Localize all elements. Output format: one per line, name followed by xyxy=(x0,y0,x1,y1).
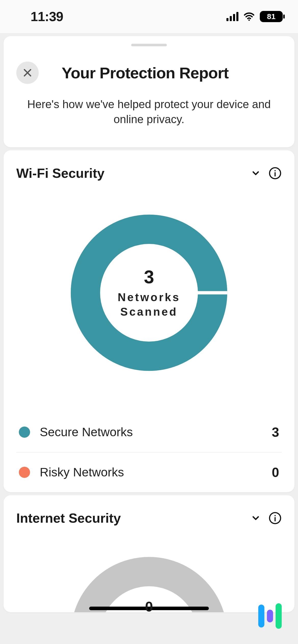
legend-label-risky: Risky Networks xyxy=(40,465,262,479)
brand-bar-icon xyxy=(258,605,264,627)
close-icon xyxy=(22,67,33,78)
sheet-grabber[interactable] xyxy=(131,44,167,46)
legend-row-secure: Secure Networks 3 xyxy=(16,412,282,452)
wifi-networks-count: 3 xyxy=(144,267,154,287)
internet-section-title: Internet Security xyxy=(16,510,243,526)
svg-point-5 xyxy=(275,515,276,516)
info-icon xyxy=(268,167,282,180)
close-button[interactable] xyxy=(16,62,39,84)
brand-fab-button[interactable] xyxy=(252,598,288,634)
gauge-tick-zero: 0 xyxy=(145,598,153,612)
battery-indicator: 81 xyxy=(260,11,283,22)
legend-value-risky: 0 xyxy=(272,465,279,480)
wifi-expand-toggle[interactable] xyxy=(251,168,261,178)
wifi-donut-chart: 3 Networks Scanned xyxy=(16,181,282,410)
page-subtitle: Here's how we've helped protect your dev… xyxy=(16,97,282,127)
chevron-down-icon xyxy=(251,168,261,178)
wifi-networks-label: Networks Scanned xyxy=(118,290,180,319)
internet-info-button[interactable] xyxy=(268,511,282,525)
legend-value-secure: 3 xyxy=(272,425,279,440)
legend-row-risky: Risky Networks 0 xyxy=(16,452,282,492)
wifi-legend: Secure Networks 3 Risky Networks 0 xyxy=(16,412,282,492)
brand-bar-icon xyxy=(276,603,282,629)
battery-percent: 81 xyxy=(267,12,275,21)
page-title: Your Protection Report xyxy=(62,64,282,82)
internet-expand-toggle[interactable] xyxy=(251,513,261,523)
wifi-info-button[interactable] xyxy=(268,167,282,180)
status-bar: 11:39 81 xyxy=(0,0,298,33)
internet-gauge: 0 xyxy=(16,526,282,612)
status-indicators: 81 xyxy=(226,10,283,23)
report-header-card: Your Protection Report Here's how we've … xyxy=(4,36,294,147)
wifi-security-card: Wi-Fi Security 3 Net xyxy=(4,150,294,492)
svg-point-0 xyxy=(248,19,250,21)
cellular-signal-icon xyxy=(226,12,238,21)
legend-dot-risky xyxy=(19,467,30,478)
svg-point-2 xyxy=(275,170,276,171)
status-time: 11:39 xyxy=(31,9,63,24)
wifi-section-title: Wi-Fi Security xyxy=(16,166,243,181)
legend-dot-secure xyxy=(19,427,30,438)
wifi-icon xyxy=(243,10,255,23)
chevron-down-icon xyxy=(251,513,261,523)
info-icon xyxy=(268,511,282,525)
brand-bar-icon xyxy=(267,610,273,622)
legend-label-secure: Secure Networks xyxy=(40,425,262,439)
internet-security-card: Internet Security 0 xyxy=(4,495,294,612)
